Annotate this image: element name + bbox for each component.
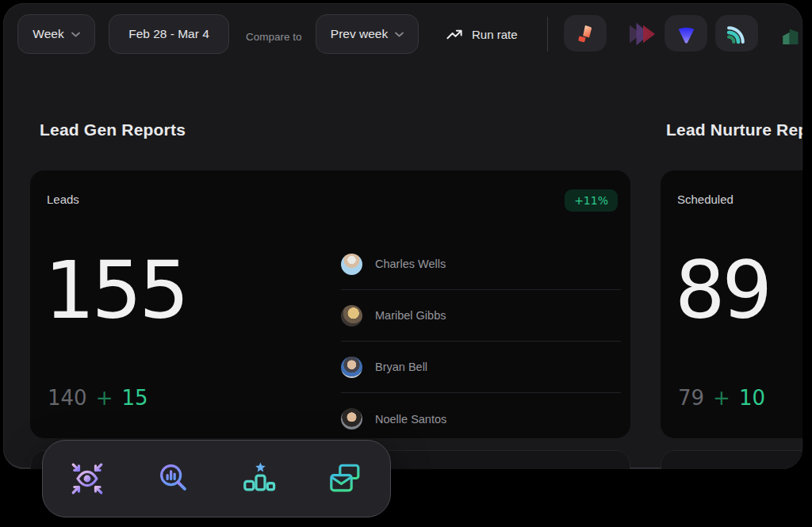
section-title-lead-nurture: Lead Nurture Reports	[666, 120, 802, 139]
list-item[interactable]: Maribel Gibbs	[341, 290, 621, 342]
scheduled-value: 89	[675, 251, 769, 330]
mail-campaign-icon	[327, 460, 364, 497]
list-item[interactable]: Noelle Santos	[341, 393, 621, 445]
compare-to-label: Compare to	[246, 31, 302, 43]
run-rate-toggle[interactable]: Run rate	[446, 14, 518, 54]
scheduled-previous-line: 79 + 10	[678, 386, 765, 410]
scheduled-card: Scheduled 89 79 + 10	[661, 170, 802, 438]
leads-delta-value: 15	[121, 386, 147, 410]
leads-previous-line: 140 + 15	[48, 386, 148, 410]
plus-sign: +	[96, 386, 113, 410]
mail-campaign-button[interactable]	[327, 460, 365, 498]
person-name: Bryan Bell	[375, 361, 427, 373]
avatar	[341, 254, 362, 275]
leaderboard-icon	[241, 460, 278, 497]
trending-up-icon	[446, 25, 464, 44]
person-name: Maribel Gibbs	[375, 309, 446, 322]
leads-card-title: Leads	[47, 193, 79, 206]
run-rate-label: Run rate	[472, 28, 518, 41]
app-tile-orange-block[interactable]	[564, 15, 607, 52]
compare-dropdown-label: Prev week	[331, 27, 388, 41]
prism-layers-icon	[627, 21, 659, 48]
scheduled-previous-value: 79	[678, 386, 704, 410]
app-tile-arc-rainbow[interactable]	[715, 15, 758, 52]
list-item[interactable]: Charles Wells	[341, 239, 621, 290]
floating-toolbar	[42, 440, 391, 517]
leads-people-list: Charles Wells Maribel Gibbs Bryan Bell N…	[341, 239, 621, 445]
leads-value: 155	[44, 251, 186, 330]
plus-sign: +	[713, 386, 730, 410]
list-item[interactable]: Bryan Bell	[341, 342, 621, 393]
date-range-button[interactable]: Feb 28 - Mar 4	[109, 14, 229, 54]
orange-block-icon	[575, 23, 596, 44]
leads-previous-value: 140	[48, 386, 87, 410]
chevron-down-icon	[395, 32, 404, 37]
compare-dropdown[interactable]: Prev week	[316, 14, 419, 54]
eye-focus-icon	[69, 460, 105, 497]
leads-card: Leads +11% 155 140 + 15 Charles Wells Ma…	[30, 170, 630, 438]
app-tile-green-bars[interactable]	[780, 22, 802, 46]
chevron-down-icon	[71, 32, 80, 37]
date-range-label: Feb 28 - Mar 4	[128, 27, 209, 41]
search-analytics-button[interactable]	[155, 460, 193, 498]
app-tile-prism-layers[interactable]	[626, 20, 660, 48]
dashboard-window: Week Feb 28 - Mar 4 Compare to Prev week…	[3, 3, 802, 469]
leaderboard-button[interactable]	[240, 460, 278, 498]
funnel-icon	[676, 23, 697, 44]
header-divider	[547, 17, 548, 52]
green-bars-icon	[781, 23, 802, 45]
search-analytics-icon	[155, 460, 192, 497]
person-name: Charles Wells	[375, 258, 446, 270]
period-dropdown-label: Week	[33, 27, 63, 41]
arc-rainbow-icon	[726, 23, 748, 44]
section-title-lead-gen: Lead Gen Reports	[40, 120, 186, 139]
next-row-card	[661, 450, 802, 469]
leads-change-badge: +11%	[565, 189, 618, 212]
scheduled-card-title: Scheduled	[677, 193, 733, 206]
avatar	[341, 305, 362, 327]
scheduled-delta-value: 10	[739, 386, 765, 410]
avatar	[341, 408, 362, 430]
person-name: Noelle Santos	[375, 413, 446, 426]
period-dropdown[interactable]: Week	[17, 14, 95, 54]
avatar	[341, 357, 362, 378]
eye-focus-button[interactable]	[68, 460, 106, 498]
app-tile-funnel[interactable]	[665, 15, 707, 52]
